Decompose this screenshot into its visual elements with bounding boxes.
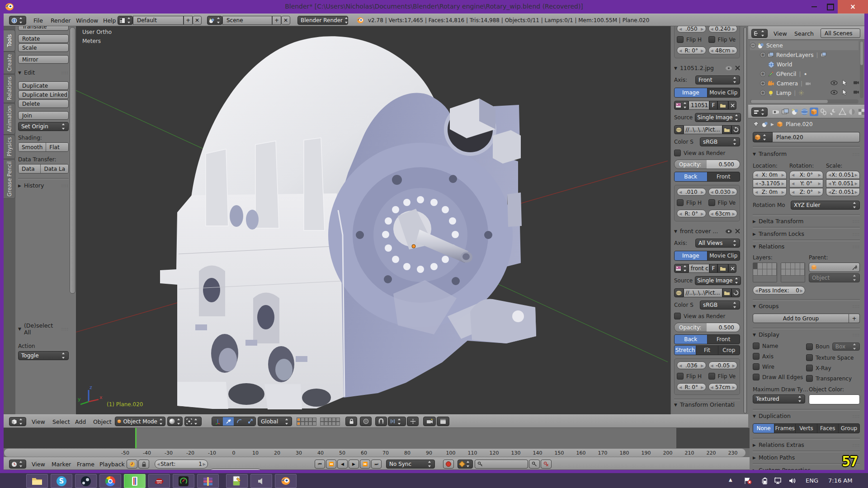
prev-keyframe-button[interactable]: ⏪ (326, 460, 336, 469)
view3d-menu-view[interactable]: View (32, 418, 45, 425)
viewport-layers-grid-2[interactable] (320, 418, 340, 426)
viewport-3d[interactable]: User Ortho Meters z x y (1) Plane.020 (76, 26, 748, 414)
history-panel-header[interactable]: ▶History:::: (18, 182, 69, 189)
timeline-ruler[interactable]: -50-40-30-20-100102030405060708090100110… (4, 448, 746, 457)
rotary-engine-model[interactable] (160, 36, 536, 409)
object-name-field[interactable]: Plane.020 (753, 132, 860, 142)
transform-orientation-dropdown[interactable]: Global (258, 417, 292, 426)
view3d-menu-object[interactable]: Object (93, 418, 112, 425)
keying-set-dropdown[interactable] (458, 460, 473, 469)
editor-type-selector[interactable] (9, 16, 26, 25)
loc-x-field[interactable]: ◀X: 0m▶ (753, 171, 787, 179)
battery-icon[interactable] (761, 477, 768, 484)
translate-manipulator-button[interactable] (223, 417, 234, 426)
image-tab[interactable]: Image (675, 251, 708, 260)
outliner-filter-dropdown[interactable]: All Scenes (821, 28, 860, 38)
delete-layout-button[interactable]: ✕ (193, 16, 202, 25)
duplicate-linked-button[interactable]: Duplicate Linked (18, 90, 69, 99)
outliner-vscrollbar[interactable] (860, 42, 863, 98)
screen-layout-name-field[interactable]: Default (133, 16, 184, 25)
axis-dropdown[interactable]: Front (695, 75, 740, 84)
scene-name-field[interactable]: Scene (222, 16, 272, 25)
expand-icon[interactable]: + (760, 80, 766, 86)
image-datablock-icon[interactable] (674, 101, 689, 110)
size-field[interactable]: ◀57cm▶ (708, 383, 738, 391)
tab-object-icon[interactable] (810, 108, 818, 116)
start-frame-field[interactable]: ◀Start:1▶ (155, 460, 208, 469)
path-lib-button[interactable] (674, 125, 684, 134)
screen-layout-icon-button[interactable] (118, 16, 133, 25)
image-tab[interactable]: Image (675, 88, 708, 97)
edit-panel-header[interactable]: ▼Edit:::: (18, 69, 69, 76)
tab-grease-pencil[interactable]: Grease Pencil (4, 159, 15, 199)
rot-z-field[interactable]: ◀Z: 0°▶ (789, 188, 823, 196)
display-texture-space-checkbox[interactable]: Texture Space (806, 354, 860, 361)
display-draw-all-edges-checkbox[interactable]: Draw All Edges (753, 374, 806, 380)
timeline-menu-frame[interactable]: Frame (77, 461, 94, 468)
camera-toggle-icon[interactable] (853, 89, 859, 94)
tab-render-layers-icon[interactable] (781, 108, 790, 116)
taskbar-skype[interactable]: S (51, 474, 72, 488)
tab-create[interactable]: Create (4, 52, 15, 74)
display-wire-checkbox[interactable]: Wire (753, 363, 806, 370)
fake-user-button[interactable]: F (709, 264, 717, 273)
dup-frames-button[interactable]: Frames (774, 424, 796, 433)
path-open-button[interactable] (722, 288, 732, 297)
jump-to-start-button[interactable]: ⏮ (315, 460, 325, 469)
volume-icon[interactable] (788, 477, 797, 484)
tab-scene-icon[interactable] (791, 108, 799, 116)
expand-icon[interactable]: + (760, 90, 766, 96)
image-name-field[interactable]: 11051 (689, 101, 709, 110)
unlink-image-button[interactable] (728, 101, 736, 110)
collapse-icon[interactable]: − (750, 42, 756, 48)
timeline[interactable]: -50-40-30-20-100102030405060708090100110… (4, 428, 750, 457)
rotation-mode-dropdown[interactable]: XYZ Euler (791, 201, 860, 210)
sync-dropdown[interactable]: No Sync (386, 460, 435, 469)
dup-faces-button[interactable]: Faces (817, 424, 839, 433)
image-path-field[interactable]: //..\..\..\Pict... (684, 125, 722, 134)
viewport-layers-grid-1[interactable] (297, 418, 316, 426)
stretch-button[interactable]: Stretch (675, 346, 696, 355)
offset-x-field[interactable]: ◀.036▶ (677, 361, 706, 369)
pivot-dropdown[interactable] (184, 417, 202, 426)
relations-extras-header[interactable]: ▶Relations Extras:::: (753, 441, 860, 448)
outliner-row-world[interactable]: World (750, 60, 859, 69)
size-field[interactable]: ◀48cm▶ (708, 47, 738, 54)
timeline-menu-playback[interactable]: Playback (99, 461, 125, 468)
bg-image-2-header[interactable]: ▼front cover ... (674, 228, 740, 235)
timeline-menu-marker[interactable]: Marker (52, 461, 71, 468)
jump-to-end-button[interactable]: ⏭ (371, 460, 382, 469)
rotation-field[interactable]: ◀R: 0°▶ (677, 47, 706, 54)
pin-icon[interactable] (753, 121, 759, 127)
scale-x-field[interactable]: ◀X: 0.051▶ (826, 171, 860, 179)
view3d-menu-select[interactable]: Select (52, 418, 70, 425)
movie-clip-tab[interactable]: Movie Clip (708, 88, 740, 97)
image-datablock-icon[interactable] (674, 264, 689, 273)
path-open-button[interactable] (722, 125, 732, 134)
manipulator-toggle[interactable] (212, 417, 223, 426)
tray-clock[interactable]: 7:16 AM (828, 477, 852, 484)
transform-orientations-header[interactable]: ▼Transform Orientati (674, 401, 740, 408)
tab-texture-icon[interactable] (857, 108, 864, 116)
display-bounds-checkbox[interactable]: Boun (806, 343, 830, 350)
render-engine-selector[interactable]: Blender Render (297, 16, 348, 25)
opacity-slider[interactable]: Opacity:0.500 (674, 323, 740, 332)
image-name-field[interactable]: front c (689, 264, 709, 273)
dup-verts-button[interactable]: Verts (796, 424, 817, 433)
loc-y-field[interactable]: ◀-3.1705▶ (753, 179, 787, 188)
taskbar-doc-app[interactable] (226, 474, 248, 488)
back-button[interactable]: Back (675, 335, 708, 344)
rotation-field[interactable]: ◀R: 0°▶ (677, 210, 706, 217)
active-keying-set-field[interactable] (475, 460, 528, 469)
close-icon[interactable] (735, 66, 740, 70)
taskbar-active-app[interactable] (124, 474, 146, 488)
pass-index-field[interactable]: ◀Pass Index:0▶ (753, 286, 805, 295)
network-icon[interactable] (774, 477, 783, 484)
fake-user-button[interactable]: F (709, 101, 717, 110)
close-button[interactable]: × (838, 0, 868, 14)
outliner-menu-view[interactable]: View (774, 30, 787, 37)
delete-button[interactable]: Delete (18, 99, 69, 108)
flip-h-checkbox[interactable]: Flip H (677, 199, 706, 206)
properties-editor-selector[interactable] (751, 108, 768, 117)
tray-language[interactable]: ENG (806, 477, 818, 484)
